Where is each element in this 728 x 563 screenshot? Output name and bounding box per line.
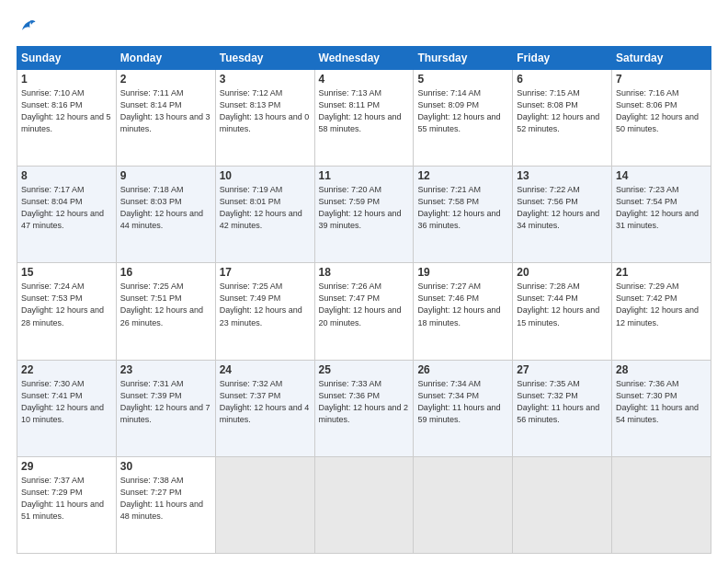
calendar-cell: 18Sunrise: 7:26 AMSunset: 7:47 PMDayligh… xyxy=(314,263,414,360)
day-detail: Sunrise: 7:33 AMSunset: 7:36 PMDaylight:… xyxy=(319,378,410,426)
day-detail: Sunrise: 7:13 AMSunset: 8:11 PMDaylight:… xyxy=(319,87,410,135)
calendar-cell: 4Sunrise: 7:13 AMSunset: 8:11 PMDaylight… xyxy=(314,70,414,167)
day-number: 9 xyxy=(120,169,211,182)
weekday-header-saturday: Saturday xyxy=(612,47,711,70)
day-detail: Sunrise: 7:19 AMSunset: 8:01 PMDaylight:… xyxy=(220,184,311,232)
day-detail: Sunrise: 7:29 AMSunset: 7:42 PMDaylight:… xyxy=(616,281,707,328)
calendar-cell xyxy=(215,456,314,553)
day-number: 17 xyxy=(220,266,311,279)
calendar-header: SundayMondayTuesdayWednesdayThursdayFrid… xyxy=(17,47,711,70)
day-detail: Sunrise: 7:12 AMSunset: 8:13 PMDaylight:… xyxy=(220,87,311,135)
calendar-cell: 25Sunrise: 7:33 AMSunset: 7:36 PMDayligh… xyxy=(314,360,414,456)
day-detail: Sunrise: 7:35 AMSunset: 7:32 PMDaylight:… xyxy=(517,378,608,426)
day-number: 2 xyxy=(120,73,211,86)
calendar-cell xyxy=(513,456,612,553)
day-detail: Sunrise: 7:26 AMSunset: 7:47 PMDaylight:… xyxy=(319,281,410,328)
day-number: 15 xyxy=(21,266,112,279)
day-number: 1 xyxy=(21,73,112,86)
day-number: 25 xyxy=(319,363,410,376)
calendar-cell: 16Sunrise: 7:25 AMSunset: 7:51 PMDayligh… xyxy=(116,263,215,360)
day-detail: Sunrise: 7:25 AMSunset: 7:49 PMDaylight:… xyxy=(220,281,311,328)
calendar-cell: 29Sunrise: 7:37 AMSunset: 7:29 PMDayligh… xyxy=(17,456,117,553)
header xyxy=(17,17,711,37)
calendar-cell: 2Sunrise: 7:11 AMSunset: 8:14 PMDaylight… xyxy=(116,70,215,167)
day-number: 29 xyxy=(21,460,112,473)
day-detail: Sunrise: 7:10 AMSunset: 8:16 PMDaylight:… xyxy=(21,87,112,135)
day-number: 30 xyxy=(120,460,211,473)
day-detail: Sunrise: 7:16 AMSunset: 8:06 PMDaylight:… xyxy=(616,87,707,135)
day-number: 3 xyxy=(220,73,311,86)
day-number: 13 xyxy=(517,169,608,182)
day-number: 23 xyxy=(120,363,211,376)
calendar-cell: 8Sunrise: 7:17 AMSunset: 8:04 PMDaylight… xyxy=(17,167,117,263)
weekday-header-thursday: Thursday xyxy=(414,47,513,70)
day-detail: Sunrise: 7:31 AMSunset: 7:39 PMDaylight:… xyxy=(120,378,211,426)
calendar-page: SundayMondayTuesdayWednesdayThursdayFrid… xyxy=(0,0,728,563)
calendar-cell: 27Sunrise: 7:35 AMSunset: 7:32 PMDayligh… xyxy=(513,360,612,456)
day-detail: Sunrise: 7:28 AMSunset: 7:44 PMDaylight:… xyxy=(517,281,608,328)
day-number: 16 xyxy=(120,266,211,279)
calendar-cell xyxy=(414,456,513,553)
day-detail: Sunrise: 7:11 AMSunset: 8:14 PMDaylight:… xyxy=(120,87,211,135)
day-detail: Sunrise: 7:30 AMSunset: 7:41 PMDaylight:… xyxy=(21,378,112,426)
calendar-cell: 15Sunrise: 7:24 AMSunset: 7:53 PMDayligh… xyxy=(17,263,117,360)
calendar-cell: 7Sunrise: 7:16 AMSunset: 8:06 PMDaylight… xyxy=(612,70,711,167)
calendar-cell: 11Sunrise: 7:20 AMSunset: 7:59 PMDayligh… xyxy=(314,167,414,263)
day-detail: Sunrise: 7:22 AMSunset: 7:56 PMDaylight:… xyxy=(517,184,608,232)
calendar-cell: 20Sunrise: 7:28 AMSunset: 7:44 PMDayligh… xyxy=(513,263,612,360)
calendar-cell: 24Sunrise: 7:32 AMSunset: 7:37 PMDayligh… xyxy=(215,360,314,456)
calendar-cell xyxy=(314,456,414,553)
day-number: 6 xyxy=(517,73,608,86)
calendar-cell: 1Sunrise: 7:10 AMSunset: 8:16 PMDaylight… xyxy=(17,70,117,167)
day-number: 22 xyxy=(21,363,112,376)
calendar-week-row: 8Sunrise: 7:17 AMSunset: 8:04 PMDaylight… xyxy=(17,167,711,263)
day-detail: Sunrise: 7:32 AMSunset: 7:37 PMDaylight:… xyxy=(220,378,311,426)
calendar-cell: 12Sunrise: 7:21 AMSunset: 7:58 PMDayligh… xyxy=(414,167,513,263)
weekday-header-monday: Monday xyxy=(116,47,215,70)
logo-bird-icon xyxy=(17,17,37,37)
day-detail: Sunrise: 7:24 AMSunset: 7:53 PMDaylight:… xyxy=(21,281,112,328)
day-number: 7 xyxy=(616,73,707,86)
calendar-cell: 28Sunrise: 7:36 AMSunset: 7:30 PMDayligh… xyxy=(612,360,711,456)
calendar-cell: 3Sunrise: 7:12 AMSunset: 8:13 PMDaylight… xyxy=(215,70,314,167)
day-number: 10 xyxy=(220,169,311,182)
day-detail: Sunrise: 7:17 AMSunset: 8:04 PMDaylight:… xyxy=(21,184,112,232)
calendar-cell: 9Sunrise: 7:18 AMSunset: 8:03 PMDaylight… xyxy=(116,167,215,263)
weekday-header-wednesday: Wednesday xyxy=(314,47,414,70)
day-detail: Sunrise: 7:34 AMSunset: 7:34 PMDaylight:… xyxy=(417,378,508,426)
calendar-cell: 30Sunrise: 7:38 AMSunset: 7:27 PMDayligh… xyxy=(116,456,215,553)
calendar-cell xyxy=(612,456,711,553)
day-number: 14 xyxy=(616,169,707,182)
weekday-header-sunday: Sunday xyxy=(17,47,117,70)
weekday-header-friday: Friday xyxy=(513,47,612,70)
day-detail: Sunrise: 7:21 AMSunset: 7:58 PMDaylight:… xyxy=(417,184,508,232)
day-number: 24 xyxy=(220,363,311,376)
weekday-header-tuesday: Tuesday xyxy=(215,47,314,70)
day-number: 12 xyxy=(417,169,508,182)
day-detail: Sunrise: 7:23 AMSunset: 7:54 PMDaylight:… xyxy=(616,184,707,232)
calendar-week-row: 29Sunrise: 7:37 AMSunset: 7:29 PMDayligh… xyxy=(17,456,711,553)
day-number: 26 xyxy=(417,363,508,376)
calendar-cell: 6Sunrise: 7:15 AMSunset: 8:08 PMDaylight… xyxy=(513,70,612,167)
day-detail: Sunrise: 7:20 AMSunset: 7:59 PMDaylight:… xyxy=(319,184,410,232)
day-detail: Sunrise: 7:15 AMSunset: 8:08 PMDaylight:… xyxy=(517,87,608,135)
day-number: 21 xyxy=(616,266,707,279)
calendar-cell: 17Sunrise: 7:25 AMSunset: 7:49 PMDayligh… xyxy=(215,263,314,360)
day-number: 8 xyxy=(21,169,112,182)
day-number: 18 xyxy=(319,266,410,279)
calendar-week-row: 1Sunrise: 7:10 AMSunset: 8:16 PMDaylight… xyxy=(17,70,711,167)
day-number: 28 xyxy=(616,363,707,376)
calendar-table: SundayMondayTuesdayWednesdayThursdayFrid… xyxy=(17,46,711,554)
day-detail: Sunrise: 7:14 AMSunset: 8:09 PMDaylight:… xyxy=(417,87,508,135)
day-detail: Sunrise: 7:25 AMSunset: 7:51 PMDaylight:… xyxy=(120,281,211,328)
calendar-cell: 13Sunrise: 7:22 AMSunset: 7:56 PMDayligh… xyxy=(513,167,612,263)
day-detail: Sunrise: 7:38 AMSunset: 7:27 PMDaylight:… xyxy=(120,475,211,523)
day-number: 11 xyxy=(319,169,410,182)
calendar-cell: 22Sunrise: 7:30 AMSunset: 7:41 PMDayligh… xyxy=(17,360,117,456)
calendar-cell: 23Sunrise: 7:31 AMSunset: 7:39 PMDayligh… xyxy=(116,360,215,456)
day-number: 19 xyxy=(417,266,508,279)
calendar-cell: 14Sunrise: 7:23 AMSunset: 7:54 PMDayligh… xyxy=(612,167,711,263)
day-number: 27 xyxy=(517,363,608,376)
logo xyxy=(17,17,40,37)
calendar-cell: 5Sunrise: 7:14 AMSunset: 8:09 PMDaylight… xyxy=(414,70,513,167)
